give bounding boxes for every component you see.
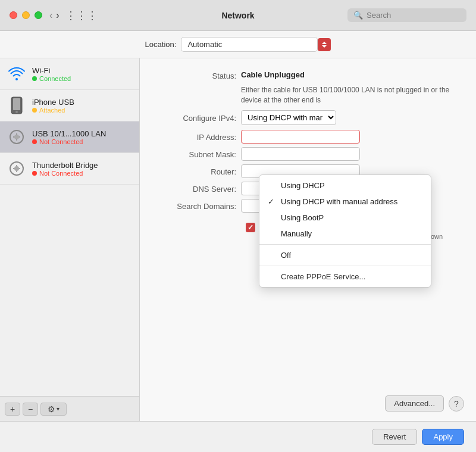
- status-description-row: Either the cable for USB 10/100/1000 LAN…: [158, 85, 458, 105]
- usb-lan-info: USB 10/1...1000 LAN Not Connected: [32, 129, 106, 145]
- svg-point-6: [14, 166, 19, 171]
- usb-lan-name: USB 10/1...1000 LAN: [32, 129, 106, 138]
- status-row: Status: Cable Unplugged: [158, 70, 458, 80]
- sidebar-item-wifi[interactable]: Wi-Fi Connected: [0, 58, 139, 90]
- usb-lan-status-text: Not Connected: [39, 138, 83, 145]
- dropdown-item-off[interactable]: Off: [259, 247, 431, 263]
- sidebar-item-iphone-usb[interactable]: iPhone USB Attached: [0, 90, 139, 121]
- search-domains-label: Search Domains:: [158, 201, 241, 211]
- wifi-info: Wi-Fi Connected: [32, 66, 71, 82]
- dropdown-item-using-dhcp[interactable]: Using DHCP: [259, 177, 431, 194]
- iphone-usb-status-text: Attached: [39, 107, 65, 114]
- thunderbolt-name: Thunderbolt Bridge: [32, 161, 98, 170]
- add-network-button[interactable]: +: [5, 403, 20, 416]
- apply-button[interactable]: Apply: [422, 429, 464, 445]
- status-description: Either the cable for USB 10/100/1000 LAN…: [241, 85, 458, 105]
- router-label: Router:: [158, 166, 241, 176]
- window-controls: [10, 11, 42, 19]
- up-arrow-icon: [322, 42, 327, 44]
- sidebar-item-thunderbolt[interactable]: Thunderbolt Bridge Not Connected: [0, 153, 139, 185]
- location-arrow-icon: [318, 38, 331, 51]
- location-select-wrap[interactable]: Automatic: [181, 37, 331, 52]
- help-button[interactable]: ?: [449, 396, 464, 412]
- main-content: Wi-Fi Connected iPhone U: [0, 58, 476, 421]
- status-description-label: [158, 85, 241, 86]
- search-input[interactable]: [367, 11, 461, 20]
- maximize-button[interactable]: [35, 11, 42, 19]
- dropdown-item-create-pppoe[interactable]: Create PPPoE Service...: [259, 269, 431, 285]
- iphone-usb-status-dot: [32, 108, 37, 113]
- search-bar[interactable]: 🔍: [347, 8, 466, 22]
- nav-arrows: ‹ ›: [49, 11, 60, 20]
- thunderbolt-status-dot: [32, 171, 37, 176]
- iphone-usb-name: iPhone USB: [32, 98, 74, 107]
- location-label: Location:: [145, 40, 177, 49]
- down-arrow-icon: [322, 45, 327, 48]
- subnet-mask-input[interactable]: [241, 147, 360, 161]
- svg-point-4: [14, 135, 19, 139]
- limit-tracking-checkbox[interactable]: [246, 223, 255, 232]
- wifi-status-text: Connected: [39, 75, 71, 82]
- dropdown-separator-1: [259, 244, 431, 245]
- dropdown-separator-2: [259, 266, 431, 266]
- subnet-mask-row: Subnet Mask:: [158, 147, 458, 161]
- titlebar: ‹ › ⋮⋮⋮ Network 🔍: [0, 0, 476, 31]
- ip-address-label: IP Address:: [158, 132, 241, 142]
- wifi-name: Wi-Fi: [32, 66, 71, 75]
- thunderbolt-icon: [7, 159, 26, 178]
- dns-server-label: DNS Server:: [158, 183, 241, 194]
- gear-icon: ⚙: [48, 404, 55, 414]
- location-bar: Location: Automatic: [0, 31, 476, 58]
- configure-label: Configure IPv4:: [158, 113, 241, 123]
- usb-lan-icon: [7, 127, 26, 146]
- wifi-icon: [7, 64, 26, 83]
- sidebar: Wi-Fi Connected iPhone U: [0, 58, 140, 421]
- dropdown-item-using-bootp[interactable]: Using BootP: [259, 210, 431, 226]
- bottom-bar: Revert Apply: [0, 421, 476, 452]
- thunderbolt-status: Not Connected: [32, 170, 98, 177]
- revert-button[interactable]: Revert: [372, 429, 417, 445]
- configure-ipv4-select[interactable]: Using DHCP with manual address: [241, 110, 336, 125]
- iphone-usb-status: Attached: [32, 107, 74, 114]
- sidebar-item-usb-lan[interactable]: USB 10/1...1000 LAN Not Connected: [0, 121, 139, 153]
- grid-icon: ⋮⋮⋮: [65, 9, 98, 22]
- search-icon: 🔍: [353, 11, 363, 20]
- ip-address-row: IP Address:: [158, 130, 458, 144]
- close-button[interactable]: [10, 11, 17, 19]
- chevron-icon: ▾: [57, 406, 60, 412]
- advanced-button[interactable]: Advanced...: [385, 395, 444, 412]
- status-value: Cable Unplugged: [241, 70, 458, 79]
- svg-rect-1: [13, 98, 20, 110]
- configure-ipv4-row: Configure IPv4: Using DHCP with manual a…: [158, 110, 458, 125]
- subnet-mask-label: Subnet Mask:: [158, 149, 241, 159]
- forward-arrow-button[interactable]: ›: [56, 11, 59, 20]
- detail-bottom-actions: Advanced... ?: [385, 395, 464, 412]
- dropdown-item-manually[interactable]: Manually: [259, 226, 431, 242]
- wifi-status-dot: [32, 76, 37, 81]
- status-label: Status:: [158, 70, 241, 80]
- titlebar-title: Network: [221, 11, 254, 20]
- location-select[interactable]: Automatic: [181, 37, 318, 52]
- wifi-status: Connected: [32, 75, 71, 82]
- usb-lan-status: Not Connected: [32, 138, 106, 145]
- network-list: Wi-Fi Connected iPhone U: [0, 58, 139, 396]
- thunderbolt-status-text: Not Connected: [39, 170, 83, 177]
- remove-network-button[interactable]: −: [23, 403, 38, 416]
- iphone-usb-info: iPhone USB Attached: [32, 98, 74, 114]
- detail-panel: Status: Cable Unplugged Either the cable…: [140, 58, 476, 421]
- back-arrow-button[interactable]: ‹: [49, 11, 52, 20]
- svg-point-2: [15, 111, 18, 113]
- thunderbolt-info: Thunderbolt Bridge Not Connected: [32, 161, 98, 177]
- configure-ipv4-dropdown[interactable]: Using DHCP Using DHCP with manual addres…: [259, 174, 431, 288]
- dropdown-item-using-dhcp-manual[interactable]: Using DHCP with manual address: [259, 194, 431, 210]
- gear-button[interactable]: ⚙ ▾: [40, 403, 67, 416]
- iphone-icon: [7, 96, 26, 115]
- minimize-button[interactable]: [22, 11, 30, 19]
- usb-lan-status-dot: [32, 139, 37, 144]
- sidebar-bottom: + − ⚙ ▾: [0, 396, 139, 421]
- ip-address-input[interactable]: [241, 130, 360, 144]
